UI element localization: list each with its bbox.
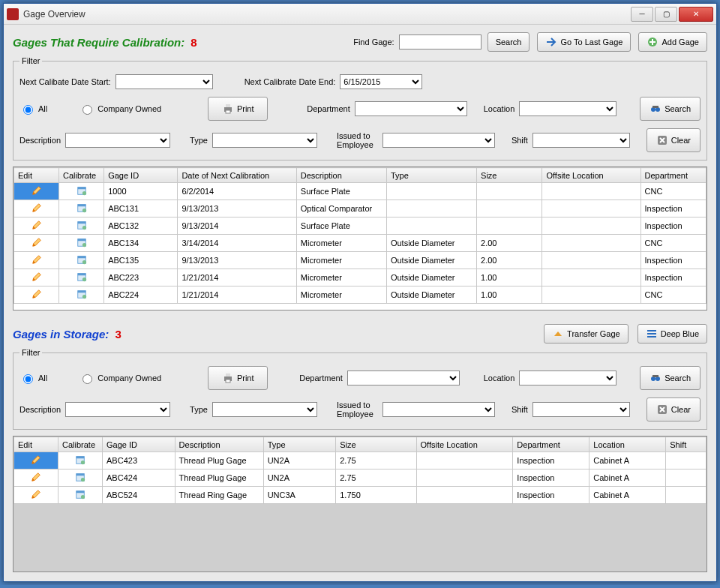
column-header[interactable]: Calibrate: [58, 437, 103, 452]
column-header[interactable]: Size: [336, 437, 416, 452]
deep-blue-button[interactable]: Deep Blue: [638, 324, 707, 344]
cell-type: Outside Diameter: [386, 235, 476, 252]
shift2-select[interactable]: [532, 402, 630, 417]
table-row[interactable]: ABC1329/13/2014Surface PlateInspection: [14, 218, 706, 235]
location-select[interactable]: [519, 101, 616, 116]
filter-clear-button[interactable]: Clear: [646, 128, 700, 152]
filter-search-button[interactable]: Search: [640, 97, 700, 121]
calibrate-cell[interactable]: [59, 218, 104, 235]
calibrate-cell[interactable]: [59, 183, 104, 200]
start-date-select[interactable]: [116, 74, 213, 89]
edit-cell[interactable]: [14, 487, 58, 504]
edit-cell[interactable]: [14, 235, 59, 252]
calibrate-cell[interactable]: [59, 286, 104, 304]
type2-select[interactable]: [212, 402, 317, 417]
filter-all-radio-input[interactable]: [23, 105, 33, 115]
filter2-company-radio-input[interactable]: [82, 374, 92, 384]
filter-all-radio[interactable]: All: [20, 103, 47, 115]
table-row[interactable]: ABC423Thread Plug GageUN2A2.75Inspection…: [14, 452, 706, 470]
calibration-table[interactable]: EditCalibrateGage IDDate of Next Calibra…: [14, 167, 706, 304]
end-date-select[interactable]: 6/15/2015: [340, 74, 422, 89]
column-header[interactable]: Date of Next Calibration: [178, 168, 296, 183]
close-button[interactable]: ✕: [679, 7, 713, 22]
table-row[interactable]: ABC524Thread Ring GageUNC3A1.750Inspecti…: [14, 487, 706, 504]
calibrate-cell[interactable]: [59, 235, 104, 252]
edit-cell[interactable]: [14, 218, 59, 235]
add-icon: [646, 36, 658, 48]
column-header[interactable]: Location: [590, 437, 666, 452]
column-header[interactable]: Edit: [14, 437, 58, 452]
calibrate-cell[interactable]: [58, 487, 103, 504]
department2-select[interactable]: [347, 370, 460, 386]
table-row[interactable]: ABC1359/13/2013MicrometerOutside Diamete…: [14, 252, 706, 269]
column-header[interactable]: Department: [513, 437, 590, 452]
column-header[interactable]: Shift: [666, 437, 706, 452]
find-gage-search-button[interactable]: Search: [488, 32, 530, 52]
edit-cell[interactable]: [14, 252, 59, 269]
column-header[interactable]: Offsite Location: [542, 168, 640, 183]
column-header[interactable]: Description: [175, 437, 263, 452]
filter-company-radio-input[interactable]: [82, 105, 92, 115]
edit-cell[interactable]: [14, 269, 59, 286]
transfer-gage-button[interactable]: Transfer Gage: [544, 324, 628, 344]
issued-to-select[interactable]: [382, 133, 495, 148]
column-header[interactable]: Department: [640, 168, 706, 183]
column-header[interactable]: Gage ID: [104, 168, 178, 183]
table-row[interactable]: ABC424Thread Plug GageUN2A2.75Inspection…: [14, 470, 706, 487]
edit-cell[interactable]: [14, 183, 59, 200]
description-select[interactable]: [65, 133, 170, 148]
svg-rect-29: [647, 330, 656, 332]
find-gage-input[interactable]: [399, 34, 482, 50]
column-header[interactable]: Gage ID: [103, 437, 176, 452]
minimize-button[interactable]: ─: [631, 7, 653, 22]
cell-type: [386, 183, 476, 200]
calibrate-cell[interactable]: [59, 269, 104, 286]
table-row[interactable]: ABC1343/14/2014MicrometerOutside Diamete…: [14, 235, 706, 252]
description2-select[interactable]: [65, 402, 170, 417]
print-button[interactable]: Print: [208, 97, 268, 121]
edit-cell[interactable]: [14, 452, 58, 470]
calibrate-cell[interactable]: [59, 252, 104, 269]
filter2-search-button[interactable]: Search: [640, 366, 700, 390]
department-select[interactable]: [355, 101, 467, 116]
maximize-button[interactable]: ▢: [655, 7, 677, 22]
storage-table[interactable]: EditCalibrateGage IDDescriptionTypeSizeO…: [14, 436, 706, 504]
edit-cell[interactable]: [14, 286, 59, 304]
column-header[interactable]: Type: [386, 168, 476, 183]
cell-dept: CNC: [640, 235, 706, 252]
column-header[interactable]: Calibrate: [59, 168, 104, 183]
issued-to-label: Issued to Employee: [337, 131, 378, 149]
table-row[interactable]: ABC2231/21/2014MicrometerOutside Diamete…: [14, 269, 706, 286]
filter-legend: Filter: [20, 56, 42, 65]
filter-company-radio[interactable]: Company Owned: [79, 103, 161, 115]
svg-rect-24: [77, 274, 86, 276]
location2-select[interactable]: [519, 370, 616, 386]
filter2-clear-button[interactable]: Clear: [646, 398, 700, 422]
edit-cell[interactable]: [14, 470, 58, 487]
column-header[interactable]: Size: [477, 168, 542, 183]
column-header[interactable]: Edit: [14, 168, 59, 183]
calibrate-cell[interactable]: [58, 470, 103, 487]
goto-last-gage-button[interactable]: Go To Last Gage: [537, 32, 631, 52]
add-gage-button[interactable]: Add Gage: [638, 32, 707, 52]
column-header[interactable]: Description: [296, 168, 386, 183]
filter2-company-radio[interactable]: Company Owned: [79, 372, 161, 384]
table-row[interactable]: ABC2241/21/2014MicrometerOutside Diamete…: [14, 286, 706, 304]
filter2-all-radio[interactable]: All: [20, 372, 47, 384]
filter2-all-radio-input[interactable]: [23, 374, 33, 384]
description2-label: Description: [20, 405, 61, 414]
section2-header: Gages in Storage: 3 Transfer Gage Deep B…: [13, 324, 707, 344]
calibrate-cell[interactable]: [59, 200, 104, 218]
type-select[interactable]: [212, 133, 317, 148]
calibrate-cell[interactable]: [58, 452, 103, 470]
table-row[interactable]: 10006/2/2014Surface PlateCNC: [14, 183, 706, 200]
shift-select[interactable]: [532, 133, 630, 148]
issued-to2-select[interactable]: [382, 402, 495, 417]
print2-button[interactable]: Print: [208, 366, 268, 390]
table-row[interactable]: ABC1319/13/2013Optical ComparatorInspect…: [14, 200, 706, 218]
cell-date: 1/21/2014: [178, 269, 296, 286]
column-header[interactable]: Type: [263, 437, 336, 452]
column-header[interactable]: Offsite Location: [416, 437, 513, 452]
cell-desc: Thread Plug Gage: [175, 470, 263, 487]
edit-cell[interactable]: [14, 200, 59, 218]
